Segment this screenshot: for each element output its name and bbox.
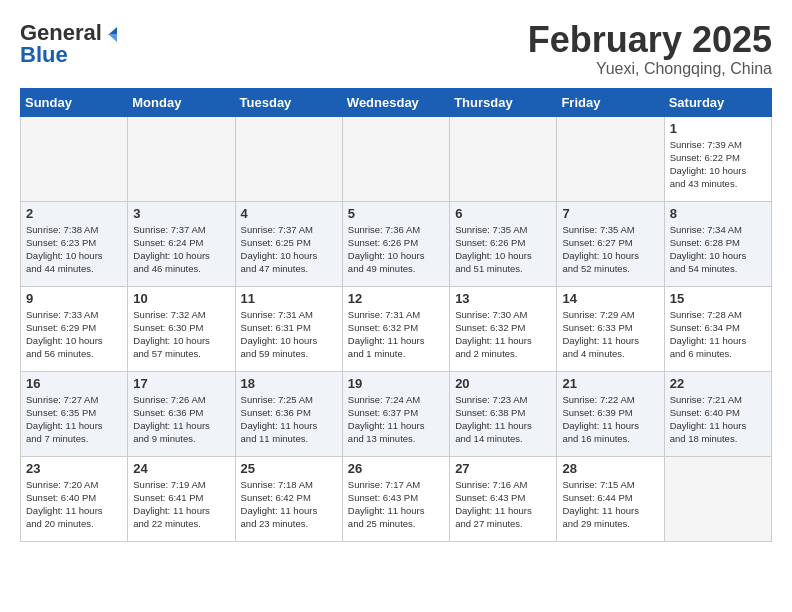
page-header: General Blue February 2025 Yuexi, Chongq… xyxy=(20,20,772,78)
day-info: Sunrise: 7:30 AM Sunset: 6:32 PM Dayligh… xyxy=(455,308,551,361)
day-info: Sunrise: 7:34 AM Sunset: 6:28 PM Dayligh… xyxy=(670,223,766,276)
weekday-header-monday: Monday xyxy=(128,88,235,116)
title-block: February 2025 Yuexi, Chongqing, China xyxy=(528,20,772,78)
day-cell: 25Sunrise: 7:18 AM Sunset: 6:42 PM Dayli… xyxy=(235,456,342,541)
day-number: 9 xyxy=(26,291,122,306)
day-number: 3 xyxy=(133,206,229,221)
day-info: Sunrise: 7:38 AM Sunset: 6:23 PM Dayligh… xyxy=(26,223,122,276)
day-cell: 3Sunrise: 7:37 AM Sunset: 6:24 PM Daylig… xyxy=(128,201,235,286)
day-number: 28 xyxy=(562,461,658,476)
day-number: 12 xyxy=(348,291,444,306)
day-cell: 12Sunrise: 7:31 AM Sunset: 6:32 PM Dayli… xyxy=(342,286,449,371)
weekday-header-tuesday: Tuesday xyxy=(235,88,342,116)
day-cell: 5Sunrise: 7:36 AM Sunset: 6:26 PM Daylig… xyxy=(342,201,449,286)
week-row-1: 1Sunrise: 7:39 AM Sunset: 6:22 PM Daylig… xyxy=(21,116,772,201)
day-cell xyxy=(557,116,664,201)
day-cell: 20Sunrise: 7:23 AM Sunset: 6:38 PM Dayli… xyxy=(450,371,557,456)
day-info: Sunrise: 7:31 AM Sunset: 6:32 PM Dayligh… xyxy=(348,308,444,361)
day-cell: 1Sunrise: 7:39 AM Sunset: 6:22 PM Daylig… xyxy=(664,116,771,201)
day-number: 7 xyxy=(562,206,658,221)
day-number: 20 xyxy=(455,376,551,391)
day-number: 17 xyxy=(133,376,229,391)
day-cell: 24Sunrise: 7:19 AM Sunset: 6:41 PM Dayli… xyxy=(128,456,235,541)
day-cell: 4Sunrise: 7:37 AM Sunset: 6:25 PM Daylig… xyxy=(235,201,342,286)
day-info: Sunrise: 7:23 AM Sunset: 6:38 PM Dayligh… xyxy=(455,393,551,446)
day-info: Sunrise: 7:16 AM Sunset: 6:43 PM Dayligh… xyxy=(455,478,551,531)
day-cell: 14Sunrise: 7:29 AM Sunset: 6:33 PM Dayli… xyxy=(557,286,664,371)
weekday-header-thursday: Thursday xyxy=(450,88,557,116)
day-info: Sunrise: 7:35 AM Sunset: 6:26 PM Dayligh… xyxy=(455,223,551,276)
day-info: Sunrise: 7:27 AM Sunset: 6:35 PM Dayligh… xyxy=(26,393,122,446)
day-number: 11 xyxy=(241,291,337,306)
day-cell xyxy=(128,116,235,201)
day-number: 22 xyxy=(670,376,766,391)
weekday-header-saturday: Saturday xyxy=(664,88,771,116)
day-cell: 8Sunrise: 7:34 AM Sunset: 6:28 PM Daylig… xyxy=(664,201,771,286)
day-number: 2 xyxy=(26,206,122,221)
day-cell xyxy=(21,116,128,201)
day-info: Sunrise: 7:25 AM Sunset: 6:36 PM Dayligh… xyxy=(241,393,337,446)
day-cell: 19Sunrise: 7:24 AM Sunset: 6:37 PM Dayli… xyxy=(342,371,449,456)
day-info: Sunrise: 7:31 AM Sunset: 6:31 PM Dayligh… xyxy=(241,308,337,361)
day-info: Sunrise: 7:15 AM Sunset: 6:44 PM Dayligh… xyxy=(562,478,658,531)
day-number: 18 xyxy=(241,376,337,391)
calendar-title: February 2025 xyxy=(528,20,772,60)
logo: General Blue xyxy=(20,20,117,68)
day-info: Sunrise: 7:17 AM Sunset: 6:43 PM Dayligh… xyxy=(348,478,444,531)
day-number: 8 xyxy=(670,206,766,221)
day-number: 21 xyxy=(562,376,658,391)
day-cell: 11Sunrise: 7:31 AM Sunset: 6:31 PM Dayli… xyxy=(235,286,342,371)
week-row-4: 16Sunrise: 7:27 AM Sunset: 6:35 PM Dayli… xyxy=(21,371,772,456)
week-row-2: 2Sunrise: 7:38 AM Sunset: 6:23 PM Daylig… xyxy=(21,201,772,286)
day-number: 16 xyxy=(26,376,122,391)
day-cell: 6Sunrise: 7:35 AM Sunset: 6:26 PM Daylig… xyxy=(450,201,557,286)
day-info: Sunrise: 7:35 AM Sunset: 6:27 PM Dayligh… xyxy=(562,223,658,276)
day-cell: 10Sunrise: 7:32 AM Sunset: 6:30 PM Dayli… xyxy=(128,286,235,371)
week-row-5: 23Sunrise: 7:20 AM Sunset: 6:40 PM Dayli… xyxy=(21,456,772,541)
day-cell: 15Sunrise: 7:28 AM Sunset: 6:34 PM Dayli… xyxy=(664,286,771,371)
weekday-header-row: SundayMondayTuesdayWednesdayThursdayFrid… xyxy=(21,88,772,116)
day-info: Sunrise: 7:24 AM Sunset: 6:37 PM Dayligh… xyxy=(348,393,444,446)
day-number: 24 xyxy=(133,461,229,476)
day-info: Sunrise: 7:32 AM Sunset: 6:30 PM Dayligh… xyxy=(133,308,229,361)
day-number: 27 xyxy=(455,461,551,476)
day-info: Sunrise: 7:37 AM Sunset: 6:24 PM Dayligh… xyxy=(133,223,229,276)
day-info: Sunrise: 7:36 AM Sunset: 6:26 PM Dayligh… xyxy=(348,223,444,276)
weekday-header-friday: Friday xyxy=(557,88,664,116)
day-info: Sunrise: 7:29 AM Sunset: 6:33 PM Dayligh… xyxy=(562,308,658,361)
day-number: 14 xyxy=(562,291,658,306)
day-number: 13 xyxy=(455,291,551,306)
day-number: 26 xyxy=(348,461,444,476)
day-cell: 27Sunrise: 7:16 AM Sunset: 6:43 PM Dayli… xyxy=(450,456,557,541)
day-cell: 28Sunrise: 7:15 AM Sunset: 6:44 PM Dayli… xyxy=(557,456,664,541)
day-cell: 7Sunrise: 7:35 AM Sunset: 6:27 PM Daylig… xyxy=(557,201,664,286)
day-info: Sunrise: 7:19 AM Sunset: 6:41 PM Dayligh… xyxy=(133,478,229,531)
day-number: 23 xyxy=(26,461,122,476)
day-cell xyxy=(235,116,342,201)
weekday-header-wednesday: Wednesday xyxy=(342,88,449,116)
day-number: 25 xyxy=(241,461,337,476)
day-number: 6 xyxy=(455,206,551,221)
day-cell: 17Sunrise: 7:26 AM Sunset: 6:36 PM Dayli… xyxy=(128,371,235,456)
day-number: 10 xyxy=(133,291,229,306)
day-info: Sunrise: 7:18 AM Sunset: 6:42 PM Dayligh… xyxy=(241,478,337,531)
day-cell: 26Sunrise: 7:17 AM Sunset: 6:43 PM Dayli… xyxy=(342,456,449,541)
day-info: Sunrise: 7:21 AM Sunset: 6:40 PM Dayligh… xyxy=(670,393,766,446)
day-cell: 2Sunrise: 7:38 AM Sunset: 6:23 PM Daylig… xyxy=(21,201,128,286)
day-cell: 13Sunrise: 7:30 AM Sunset: 6:32 PM Dayli… xyxy=(450,286,557,371)
day-number: 4 xyxy=(241,206,337,221)
day-info: Sunrise: 7:28 AM Sunset: 6:34 PM Dayligh… xyxy=(670,308,766,361)
day-info: Sunrise: 7:26 AM Sunset: 6:36 PM Dayligh… xyxy=(133,393,229,446)
day-number: 19 xyxy=(348,376,444,391)
day-cell: 21Sunrise: 7:22 AM Sunset: 6:39 PM Dayli… xyxy=(557,371,664,456)
day-cell: 18Sunrise: 7:25 AM Sunset: 6:36 PM Dayli… xyxy=(235,371,342,456)
logo-triangle-icon xyxy=(108,27,117,42)
day-info: Sunrise: 7:37 AM Sunset: 6:25 PM Dayligh… xyxy=(241,223,337,276)
day-cell: 23Sunrise: 7:20 AM Sunset: 6:40 PM Dayli… xyxy=(21,456,128,541)
day-cell xyxy=(664,456,771,541)
day-info: Sunrise: 7:20 AM Sunset: 6:40 PM Dayligh… xyxy=(26,478,122,531)
day-cell xyxy=(450,116,557,201)
day-cell xyxy=(342,116,449,201)
calendar-subtitle: Yuexi, Chongqing, China xyxy=(528,60,772,78)
week-row-3: 9Sunrise: 7:33 AM Sunset: 6:29 PM Daylig… xyxy=(21,286,772,371)
